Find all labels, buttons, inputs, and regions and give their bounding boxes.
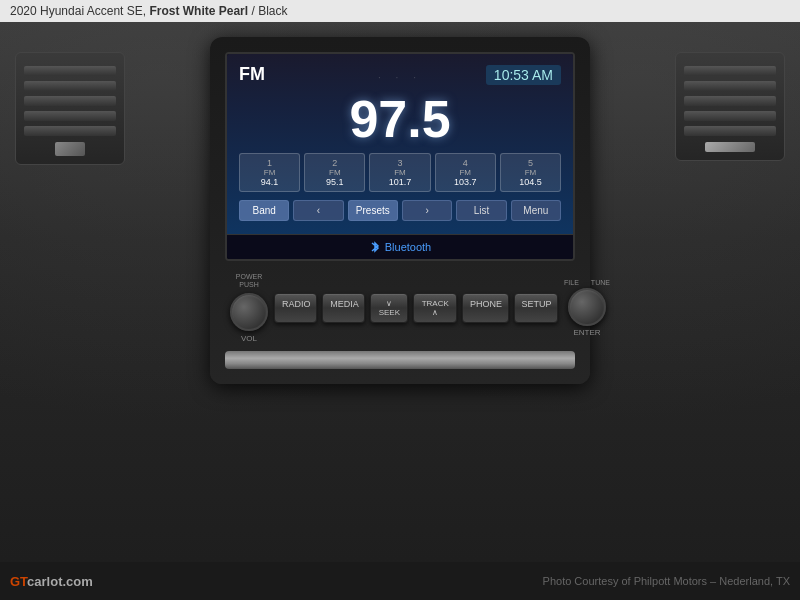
photo-credit: Photo Courtesy of Philpott Motors – Nede… (543, 575, 790, 587)
preset-2[interactable]: 2 FM 95.1 (304, 153, 365, 192)
prev-button[interactable]: ‹ (293, 200, 343, 221)
left-vent (15, 52, 125, 165)
screen-nav-buttons: Band ‹ Presets › List Menu (239, 200, 561, 221)
menu-button[interactable]: Menu (511, 200, 561, 221)
color-label: Frost White Pearl (149, 4, 248, 18)
list-button[interactable]: List (456, 200, 506, 221)
volume-knob[interactable] (230, 293, 268, 331)
footer-bar: GTcarlot.com Photo Courtesy of Philpott … (0, 562, 800, 600)
separator-label: / (251, 4, 254, 18)
controls-area: POWERPUSH VOL RADIO MEDIA ∨ SEEK TRACK ∧… (225, 273, 575, 343)
next-button[interactable]: › (402, 200, 452, 221)
vol-knob-group: POWERPUSH VOL (230, 273, 268, 343)
preset-1[interactable]: 1 FM 94.1 (239, 153, 300, 192)
photo-area: ... FM (0, 22, 800, 562)
track-button[interactable]: TRACK ∧ (413, 293, 457, 323)
preset-list: 1 FM 94.1 2 FM 95.1 3 FM 101.7 (239, 153, 561, 192)
vol-label: VOL (241, 334, 257, 343)
center-console: FM 10:53 AM 97.5 1 FM 94.1 2 FM 95.1 (210, 37, 590, 384)
watermark-dots: · · · (378, 72, 422, 83)
bluetooth-icon (369, 240, 381, 254)
setup-button[interactable]: SETUP (514, 293, 559, 323)
car-model-label: 2020 Hyundai Accent SE, (10, 4, 146, 18)
tune-label: TUNE (591, 279, 610, 286)
bluetooth-label: Bluetooth (385, 241, 431, 253)
infotainment-screen[interactable]: FM 10:53 AM 97.5 1 FM 94.1 2 FM 95.1 (225, 52, 575, 261)
control-buttons: RADIO MEDIA ∨ SEEK TRACK ∧ PHONE SETUP (274, 293, 558, 323)
clock-display: 10:53 AM (486, 65, 561, 85)
seek-button[interactable]: ∨ SEEK (370, 293, 408, 323)
phone-button[interactable]: PHONE (462, 293, 508, 323)
preset-5[interactable]: 5 FM 104.5 (500, 153, 561, 192)
power-push-label: POWERPUSH (236, 273, 262, 290)
file-tune-labels: FILE TUNE (564, 279, 610, 286)
tune-knob-group: FILE TUNE ENTER (564, 279, 610, 337)
tune-knob[interactable] (568, 288, 606, 326)
frequency-display: 97.5 (239, 93, 561, 145)
enter-label: ENTER (573, 328, 600, 337)
bluetooth-bar: Bluetooth (227, 234, 573, 259)
preset-3[interactable]: 3 FM 101.7 (369, 153, 430, 192)
band-button[interactable]: Band (239, 200, 289, 221)
right-vent (675, 52, 785, 161)
silver-trim (225, 351, 575, 369)
header-bar: 2020 Hyundai Accent SE, Frost White Pear… (0, 0, 800, 22)
preset-4[interactable]: 4 FM 103.7 (435, 153, 496, 192)
site-logo: GTcarlot.com (10, 574, 93, 589)
presets-button[interactable]: Presets (348, 200, 398, 221)
media-button[interactable]: MEDIA (322, 293, 365, 323)
radio-band: FM (239, 64, 265, 85)
radio-button[interactable]: RADIO (274, 293, 317, 323)
interior-label: Black (258, 4, 287, 18)
file-label: FILE (564, 279, 579, 286)
